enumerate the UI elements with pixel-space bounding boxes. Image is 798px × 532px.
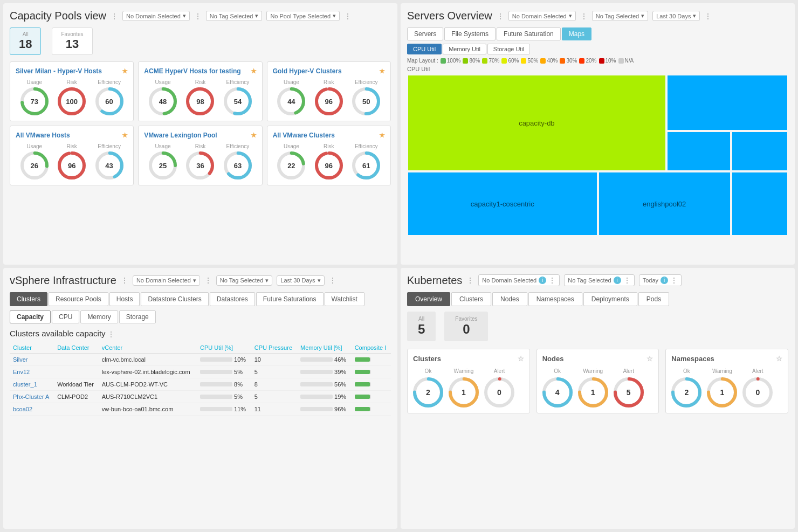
- star-icon[interactable]: ★: [122, 132, 128, 139]
- star-icon[interactable]: ★: [122, 67, 128, 75]
- star-icon[interactable]: ☆: [646, 355, 653, 363]
- capacity-pools-menu[interactable]: ⋮: [111, 12, 118, 20]
- filter-pool-type[interactable]: No Pool Type Selected ▾: [266, 11, 340, 21]
- k8s-tab-clusters[interactable]: Clusters: [451, 292, 491, 306]
- capacity-card-name[interactable]: All VMware Hosts: [16, 132, 70, 139]
- servers-tab-file-systems[interactable]: File Systems: [444, 27, 496, 40]
- servers-tab-servers[interactable]: Servers: [407, 27, 443, 40]
- treemap-cell[interactable]: [666, 74, 788, 131]
- cluster-name-link[interactable]: Env12: [13, 369, 30, 375]
- vsphere-menu[interactable]: ⋮: [121, 276, 128, 285]
- servers-subtab-storage-util[interactable]: Storage Util: [487, 44, 530, 54]
- cluster-name-link[interactable]: Silver: [13, 356, 28, 363]
- servers-filter-date[interactable]: Last 30 Days ▾: [652, 11, 700, 21]
- gauge-value: 61: [362, 162, 370, 170]
- vsphere-filter-date-menu[interactable]: ⋮: [329, 276, 336, 285]
- count-favorites[interactable]: Favorites 13: [52, 27, 92, 55]
- k8s-count-all[interactable]: All 5: [407, 312, 436, 341]
- gauge-value: 63: [234, 162, 242, 170]
- table-row[interactable]: cluster_1Workload TierAUS-CLM-POD2-WT-VC…: [10, 378, 391, 390]
- treemap-cell[interactable]: [731, 171, 788, 236]
- metric-label: Efficiency: [98, 79, 121, 85]
- treemap-cell[interactable]: [666, 131, 731, 171]
- kubernetes-menu[interactable]: ⋮: [466, 276, 474, 285]
- vsphere-tab-clusters[interactable]: Clusters: [10, 292, 47, 306]
- vsphere-tab-datastores[interactable]: Datastores: [210, 292, 255, 306]
- column-header[interactable]: CPU Util [%]: [197, 342, 251, 354]
- star-icon[interactable]: ★: [379, 132, 385, 139]
- capacity-card-name[interactable]: Gold Hyper-V Clusters: [273, 67, 342, 75]
- column-header[interactable]: Composite I: [352, 342, 391, 354]
- k8s-tab-nodes[interactable]: Nodes: [492, 292, 527, 306]
- k8s-domain-menu[interactable]: ⋮: [548, 276, 556, 285]
- vsphere-subtab-capacity[interactable]: Capacity: [10, 310, 51, 323]
- vsphere-tab-watchlist[interactable]: Watchlist: [325, 292, 364, 306]
- vsphere-subtab-storage[interactable]: Storage: [119, 310, 156, 323]
- servers-subtab-cpu-util[interactable]: CPU Util: [407, 44, 442, 54]
- legend-item: 20%: [579, 58, 596, 64]
- k8s-filter-domain[interactable]: No Domain Selected i ⋮: [478, 274, 560, 286]
- vsphere-tab-datastore-clusters[interactable]: Datastore Clusters: [141, 292, 208, 306]
- star-icon[interactable]: ★: [251, 67, 257, 75]
- capacity-card-name[interactable]: VMware Lexington Pool: [144, 132, 217, 139]
- column-header[interactable]: Cluster: [10, 342, 54, 354]
- servers-filter-date-menu[interactable]: ⋮: [704, 12, 712, 20]
- servers-filter-domain[interactable]: No Domain Selected ▾: [508, 11, 576, 21]
- vsphere-filter-domain[interactable]: No Domain Selected ▾: [133, 275, 200, 286]
- servers-tab-future-saturation[interactable]: Future Saturation: [497, 27, 561, 40]
- capacity-card-name[interactable]: All VMware Clusters: [273, 132, 335, 139]
- star-icon[interactable]: ☆: [518, 355, 524, 363]
- gauge-value: 25: [159, 162, 167, 170]
- k8s-tab-deployments[interactable]: Deployments: [583, 292, 637, 306]
- cluster-name-link[interactable]: bcoa02: [13, 406, 32, 412]
- vsphere-subtab-memory[interactable]: Memory: [80, 310, 118, 323]
- star-icon[interactable]: ☆: [776, 355, 782, 363]
- clusters-section-menu[interactable]: ⋮: [108, 330, 114, 338]
- k8s-tab-pods[interactable]: Pods: [638, 292, 669, 306]
- vsphere-filter-tag[interactable]: No Tag Selected ▾: [216, 275, 273, 286]
- table-row[interactable]: Env12lex-vsphere-02.int.bladelogic.com 5…: [10, 365, 391, 378]
- column-header[interactable]: CPU Pressure: [251, 342, 297, 354]
- k8s-filter-tag[interactable]: No Tag Selected i ⋮: [564, 274, 635, 286]
- treemap-cell[interactable]: capacity-db: [407, 74, 666, 171]
- k8s-date-menu[interactable]: ⋮: [670, 276, 678, 285]
- k8s-tab-overview[interactable]: Overview: [407, 292, 450, 306]
- filter-domain[interactable]: No Domain Selected ▾: [122, 11, 190, 21]
- k8s-count-favorites[interactable]: Favorites 0: [444, 312, 488, 341]
- servers-menu[interactable]: ⋮: [497, 12, 504, 20]
- k8s-status-col: Alert 0: [742, 368, 773, 407]
- capacity-card-name[interactable]: Silver Milan - Hyper-V Hosts: [16, 67, 102, 75]
- table-row[interactable]: bcoa02vw-bun-bco-oa01.bmc.com 11%11 96%: [10, 403, 391, 415]
- table-row[interactable]: Silverclm-vc.bmc.local 10%10 46%: [10, 353, 391, 365]
- k8s-filter-date[interactable]: Today i ⋮: [639, 274, 682, 286]
- k8s-tag-menu[interactable]: ⋮: [623, 276, 631, 285]
- star-icon[interactable]: ★: [251, 132, 257, 139]
- column-header[interactable]: Memory Util [%]: [297, 342, 352, 354]
- star-icon[interactable]: ★: [379, 67, 385, 75]
- vsphere-tab-resource-pools[interactable]: Resource Pools: [49, 292, 108, 306]
- table-row[interactable]: Phx-Cluster ACLM-POD2AUS-R710CLM2VC1 5%5…: [10, 390, 391, 403]
- servers-filter-tag[interactable]: No Tag Selected ▾: [592, 11, 649, 21]
- servers-tab-maps[interactable]: Maps: [562, 27, 591, 40]
- treemap-cell[interactable]: [731, 131, 788, 171]
- treemap-cell[interactable]: capacity1-coscentric: [407, 171, 598, 236]
- cluster-name-link[interactable]: cluster_1: [13, 381, 37, 388]
- vsphere-subtab-cpu[interactable]: CPU: [52, 310, 79, 323]
- vsphere-tab-hosts[interactable]: Hosts: [109, 292, 140, 306]
- servers-filter-tag-menu[interactable]: ⋮: [580, 12, 588, 20]
- servers-subtab-memory-util[interactable]: Memory Util: [443, 44, 486, 54]
- treemap-cell[interactable]: englishpool02: [598, 171, 731, 236]
- filter-tag[interactable]: No Tag Selected ▾: [206, 11, 263, 21]
- k8s-tab-namespaces[interactable]: Namespaces: [528, 292, 582, 306]
- filter-domain-menu[interactable]: ⋮: [194, 12, 202, 20]
- vsphere-filter-date[interactable]: Last 30 Days ▾: [277, 275, 324, 286]
- filter-pool-type-menu[interactable]: ⋮: [344, 12, 352, 20]
- capacity-card-name[interactable]: ACME HyperV Hosts for testing: [144, 67, 240, 75]
- count-all[interactable]: All 18: [10, 27, 41, 55]
- column-header[interactable]: Data Center: [54, 342, 99, 354]
- cluster-name-link[interactable]: Phx-Cluster A: [13, 393, 49, 400]
- gauge-value: 100: [66, 98, 78, 106]
- vsphere-filter-tag-menu[interactable]: ⋮: [204, 276, 212, 285]
- column-header[interactable]: vCenter: [99, 342, 197, 354]
- vsphere-tab-future-saturations[interactable]: Future Saturations: [256, 292, 324, 306]
